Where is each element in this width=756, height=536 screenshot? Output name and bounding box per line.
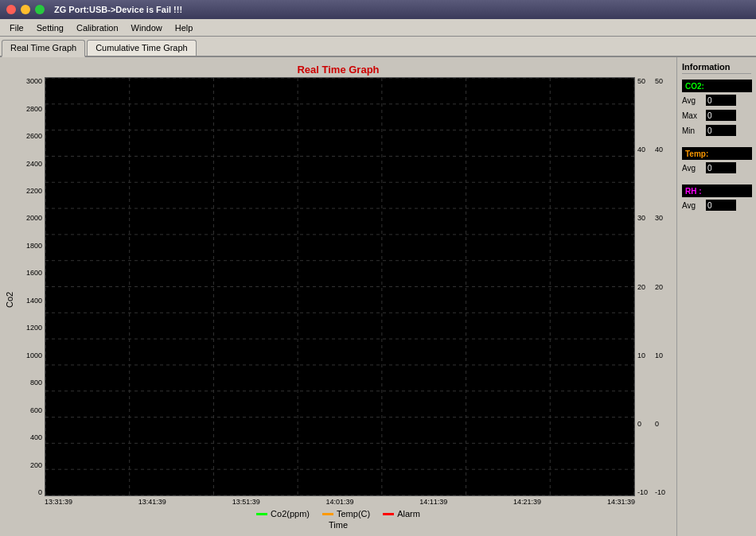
chart-title: Real Time Graph xyxy=(3,64,673,76)
y-tick-left: 2000 xyxy=(16,214,42,222)
info-data-row: Avg0 xyxy=(682,162,751,173)
legend-color xyxy=(256,513,267,515)
legend-label: Alarm xyxy=(397,509,420,519)
axes-row: 0200400600800100012001400160018002000220… xyxy=(16,77,673,496)
y-tick-right1: 0 xyxy=(637,420,653,428)
y-tick-right2: 40 xyxy=(655,146,673,153)
x-axis-label: Time xyxy=(3,520,673,530)
info-section-label: CO2: xyxy=(682,80,752,92)
close-button[interactable] xyxy=(6,5,16,14)
y-tick-left: 1400 xyxy=(16,297,42,305)
info-section-label: Temp: xyxy=(682,147,752,160)
y-ticks-right2: -1001020304050 xyxy=(653,77,673,496)
y-tick-right2: 20 xyxy=(655,283,673,291)
x-tick: 14:11:39 xyxy=(419,498,447,506)
main-area: Real Time Graph Co2 02004006008001000120… xyxy=(0,57,756,536)
minimize-button[interactable] xyxy=(21,5,30,14)
info-panel: Information CO2:Avg0Max0Min0Temp:Avg0RH … xyxy=(676,57,756,536)
y-tick-left: 600 xyxy=(16,406,42,414)
y-tick-right1: 50 xyxy=(637,77,653,85)
y-tick-right1: 10 xyxy=(637,352,653,359)
info-data-row: Min0 xyxy=(682,125,751,136)
info-title: Information xyxy=(682,62,751,74)
info-data-row: Max0 xyxy=(682,110,751,121)
y-tick-left: 400 xyxy=(16,433,42,441)
window-title: ZG Port:USB->Device is Fail !!! xyxy=(54,5,182,14)
menu-calibration[interactable]: Calibration xyxy=(70,21,125,34)
info-row-value: 0 xyxy=(706,200,736,211)
legend-row: Co2(ppm)Temp(C)Alarm xyxy=(3,509,673,519)
y-axis-label: Co2 xyxy=(3,93,16,506)
info-row-key: Avg xyxy=(682,96,703,105)
chart-wrap: Co2 020040060080010001200140016001800200… xyxy=(3,77,673,506)
y-tick-left: 2600 xyxy=(16,132,42,140)
info-row-key: Avg xyxy=(682,201,703,210)
x-tick: 14:31:39 xyxy=(607,498,635,506)
y-tick-left: 2400 xyxy=(16,160,42,168)
y-tick-right1: -10 xyxy=(637,488,653,496)
x-tick: 13:31:39 xyxy=(45,498,72,506)
chart-and-axes: 0200400600800100012001400160018002000220… xyxy=(16,77,673,506)
x-tick: 14:21:39 xyxy=(513,498,541,506)
info-row-key: Avg xyxy=(682,164,703,173)
y-tick-left: 2200 xyxy=(16,187,42,195)
y-tick-left: 1600 xyxy=(16,269,42,277)
tab-real-time-graph[interactable]: Real Time Graph xyxy=(2,40,85,57)
info-data-row: Avg0 xyxy=(682,200,751,211)
y-tick-right1: 30 xyxy=(637,214,653,222)
menu-bar: File Setting Calibration Window Help xyxy=(0,19,756,37)
y-tick-left: 800 xyxy=(16,379,42,386)
y-tick-left: 200 xyxy=(16,461,42,469)
y-tick-left: 1200 xyxy=(16,324,42,332)
y-tick-right2: 0 xyxy=(655,420,673,428)
menu-file[interactable]: File xyxy=(3,21,30,34)
tab-bar: Real Time Graph Cumulative Time Graph xyxy=(0,37,756,57)
x-ticks-row: 13:31:3913:41:3913:51:3914:01:3914:11:39… xyxy=(45,496,635,506)
chart-container: Real Time Graph Co2 02004006008001000120… xyxy=(0,57,676,536)
y-tick-right1: 20 xyxy=(637,283,653,291)
y-ticks-right1: -1001020304050 xyxy=(635,77,653,496)
y-tick-left: 1000 xyxy=(16,352,42,359)
menu-setting[interactable]: Setting xyxy=(30,21,70,34)
y-tick-right2: 30 xyxy=(655,214,673,222)
info-row-key: Max xyxy=(682,111,703,120)
y-tick-left: 0 xyxy=(16,488,42,496)
y-tick-left: 3000 xyxy=(16,77,42,85)
y-tick-right2: 50 xyxy=(655,77,673,85)
info-row-value: 0 xyxy=(706,162,736,173)
info-row-key: Min xyxy=(682,126,703,135)
y-tick-right1: 40 xyxy=(637,146,653,153)
x-tick: 13:41:39 xyxy=(138,498,166,506)
legend-item: Co2(ppm) xyxy=(256,509,310,519)
info-row-value: 0 xyxy=(706,95,736,106)
legend-color xyxy=(322,513,333,515)
legend-label: Temp(C) xyxy=(337,509,370,519)
chart-svg xyxy=(45,78,634,495)
y-tick-right2: 10 xyxy=(655,352,673,359)
legend-label: Co2(ppm) xyxy=(271,509,310,519)
legend-item: Alarm xyxy=(383,509,420,519)
info-row-value: 0 xyxy=(706,110,736,121)
title-bar: ZG Port:USB->Device is Fail !!! xyxy=(0,0,756,19)
y-tick-left: 2800 xyxy=(16,105,42,113)
info-row-value: 0 xyxy=(706,125,736,136)
x-tick: 13:51:39 xyxy=(232,498,260,506)
info-data-row: Avg0 xyxy=(682,95,751,106)
y-ticks-left: 0200400600800100012001400160018002000220… xyxy=(16,77,45,496)
info-section-label: RH : xyxy=(682,184,752,197)
y-tick-left: 1800 xyxy=(16,242,42,250)
menu-window[interactable]: Window xyxy=(125,21,169,34)
tab-cumulative-time-graph[interactable]: Cumulative Time Graph xyxy=(87,40,197,56)
x-tick: 14:01:39 xyxy=(325,498,353,506)
menu-help[interactable]: Help xyxy=(169,21,200,34)
legend-item: Temp(C) xyxy=(322,509,370,519)
maximize-button[interactable] xyxy=(35,5,45,14)
legend-color xyxy=(383,513,394,515)
chart-canvas xyxy=(45,77,635,496)
y-tick-right2: -10 xyxy=(655,488,673,496)
